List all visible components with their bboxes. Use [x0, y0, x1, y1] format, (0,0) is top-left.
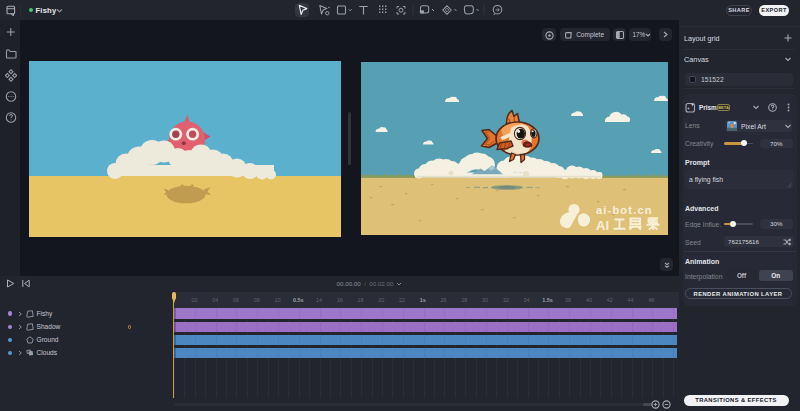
svg-text:AI: AI — [596, 218, 609, 233]
svg-text:ai-bot.cn: ai-bot.cn — [596, 204, 653, 216]
